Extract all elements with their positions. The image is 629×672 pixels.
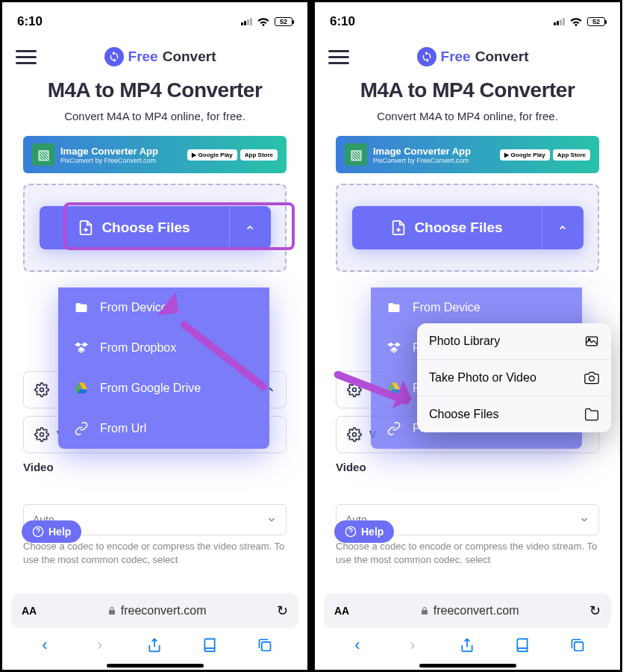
dropbox-icon	[73, 341, 90, 355]
choose-files-main[interactable]: Choose Files	[40, 206, 229, 249]
file-plus-icon	[390, 220, 407, 236]
folder-icon	[386, 301, 402, 314]
gdrive-icon	[73, 382, 90, 395]
svg-point-8	[353, 433, 357, 437]
refresh-button[interactable]: ↻	[277, 603, 288, 619]
file-dropzone[interactable]: Choose Files	[336, 184, 599, 272]
menu-from-device[interactable]: From Device	[371, 287, 582, 328]
nav-share[interactable]	[140, 637, 169, 653]
lock-icon	[107, 606, 116, 615]
refresh-button[interactable]: ↻	[589, 603, 601, 619]
ios-file-picker: Photo Library Take Photo or Video Choose…	[417, 323, 611, 432]
ios-take-photo[interactable]: Take Photo or Video	[417, 360, 611, 396]
page-subtitle: Convert M4A to MP4 online, for free.	[2, 105, 307, 130]
text-size-button[interactable]: AA	[334, 605, 349, 617]
ad-banner[interactable]: ▧ Image Converter App PixConvert by Free…	[336, 136, 599, 173]
chevron-down-icon	[266, 514, 277, 525]
choose-files-button[interactable]: Choose Files	[40, 206, 271, 249]
choose-files-toggle[interactable]	[229, 206, 271, 249]
choose-files-label: Choose Files	[101, 220, 190, 236]
logo-text-convert: Convert	[163, 49, 216, 65]
page-title: M4A to MP4 Converter	[315, 75, 620, 105]
brand-logo[interactable]: FreeConvert	[104, 47, 237, 66]
logo-text-free: Free	[128, 49, 158, 65]
ad-banner[interactable]: ▧ Image Converter App PixConvert by Free…	[23, 136, 287, 173]
nav-forward[interactable]: ›	[398, 635, 428, 655]
camera-icon	[584, 370, 599, 385]
browser-address-bar[interactable]: AA freeconvert.com ↻	[324, 594, 611, 628]
choose-files-toggle[interactable]	[542, 206, 583, 249]
wifi-icon	[257, 15, 270, 28]
nav-bookmarks[interactable]	[507, 638, 537, 653]
nav-share[interactable]	[452, 637, 482, 653]
folder-icon	[584, 407, 599, 422]
wifi-icon	[569, 15, 583, 28]
lock-icon	[420, 606, 429, 615]
svg-point-6	[589, 376, 595, 382]
gear-icon	[347, 427, 362, 442]
chevron-down-icon	[579, 514, 589, 525]
file-dropzone[interactable]: Choose Files	[23, 184, 287, 272]
nav-back[interactable]: ‹	[30, 635, 60, 655]
svg-point-0	[40, 388, 44, 392]
battery-icon: 52	[275, 17, 292, 26]
hamburger-menu[interactable]	[328, 50, 349, 64]
brand-logo[interactable]: FreeConvert	[417, 47, 550, 66]
nav-back[interactable]: ‹	[342, 635, 372, 655]
text-size-button[interactable]: AA	[22, 605, 37, 617]
help-button[interactable]: Help	[22, 520, 81, 543]
phone-frame-left: 6:10 52 FreeConvert M4A to MP4 Converter…	[0, 0, 311, 672]
logo-text-free: Free	[441, 49, 471, 65]
ios-choose-files[interactable]: Choose Files	[417, 396, 611, 432]
home-indicator	[107, 664, 204, 668]
svg-rect-10	[575, 642, 583, 651]
phone-frame-right: 6:10 52 FreeConvert M4A to MP4 Converter…	[311, 0, 622, 672]
svg-rect-3	[262, 642, 271, 651]
status-time: 6:10	[17, 14, 43, 29]
browser-nav: ‹ ›	[2, 628, 307, 662]
google-play-badge[interactable]: ▶ Google Play	[500, 149, 550, 161]
logo-icon	[104, 47, 124, 66]
menu-from-gdrive[interactable]: From Google Drive	[58, 368, 269, 408]
ios-photo-library[interactable]: Photo Library	[417, 323, 611, 360]
link-icon	[386, 422, 402, 435]
google-play-badge[interactable]: ▶ Google Play	[187, 149, 237, 161]
status-time: 6:10	[330, 14, 355, 29]
status-bar: 6:10 52	[2, 2, 307, 38]
ad-subtitle: PixConvert by FreeConvert.com	[60, 157, 181, 164]
video-codec-label: Video	[336, 461, 599, 473]
choose-files-button[interactable]: Choose Files	[352, 206, 583, 249]
menu-from-url[interactable]: From Url	[58, 408, 269, 449]
nav-bookmarks[interactable]	[195, 638, 225, 653]
chevron-up-icon	[557, 223, 568, 233]
app-header: FreeConvert	[2, 38, 307, 75]
home-indicator	[419, 664, 516, 668]
battery-icon: 52	[587, 17, 605, 26]
svg-point-1	[40, 433, 44, 437]
ad-icon: ▧	[32, 143, 54, 166]
signal-icon	[241, 18, 252, 25]
dropbox-icon	[386, 341, 402, 355]
status-icons: 52	[241, 15, 292, 28]
logo-icon	[417, 47, 436, 66]
svg-point-5	[588, 338, 590, 340]
browser-address-bar[interactable]: AA freeconvert.com ↻	[11, 594, 298, 628]
help-button[interactable]: Help	[334, 520, 394, 543]
folder-icon	[73, 301, 90, 314]
chevron-up-icon	[245, 223, 255, 233]
ad-subtitle: PixConvert by FreeConvert.com	[373, 157, 494, 164]
codec-help-text: Choose a codec to encode or compress the…	[23, 540, 287, 567]
nav-tabs[interactable]	[250, 638, 280, 653]
logo-text-convert: Convert	[475, 49, 529, 65]
app-store-badge[interactable]: App Store	[553, 149, 590, 161]
video-codec-label: Video	[23, 461, 287, 473]
help-icon	[345, 526, 357, 538]
ad-icon: ▧	[345, 143, 367, 166]
choose-files-main[interactable]: Choose Files	[352, 206, 542, 249]
app-store-badge[interactable]: App Store	[240, 149, 278, 161]
hamburger-menu[interactable]	[16, 50, 37, 64]
status-bar: 6:10 52	[315, 2, 620, 38]
signal-icon	[554, 18, 565, 25]
nav-forward[interactable]: ›	[85, 635, 115, 655]
nav-tabs[interactable]	[563, 638, 592, 653]
